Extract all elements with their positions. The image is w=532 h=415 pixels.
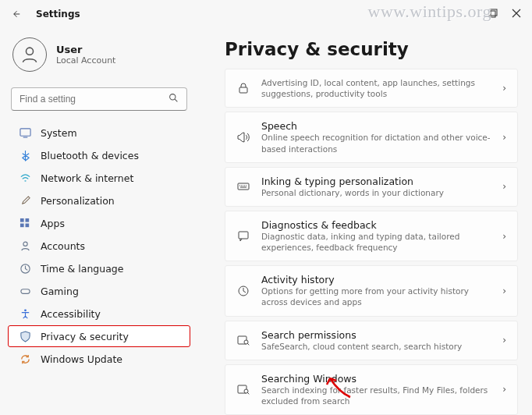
search-permissions-icon — [236, 333, 250, 347]
sidebar-item-accounts[interactable]: Accounts — [8, 235, 190, 257]
user-block[interactable]: User Local Account — [6, 34, 192, 84]
sidebar-item-accessibility[interactable]: Accessibility — [8, 303, 190, 325]
maximize-icon[interactable] — [488, 9, 498, 20]
svg-point-9 — [23, 242, 27, 246]
chevron-right-icon: › — [502, 181, 506, 192]
avatar — [12, 37, 47, 72]
chevron-right-icon: › — [502, 335, 506, 346]
user-sub: Local Account — [56, 55, 115, 66]
search-field[interactable] — [20, 94, 168, 105]
card-sub: Personal dictionary, words in your dicti… — [261, 187, 491, 198]
svg-rect-5 — [20, 218, 23, 222]
accessibility-icon — [19, 307, 31, 320]
card-speech[interactable]: Speech Online speech recognition for dic… — [225, 112, 518, 162]
chevron-right-icon: › — [502, 231, 506, 242]
card-title: Searching Windows — [261, 373, 491, 385]
card-title: Activity history — [261, 274, 491, 286]
sidebar-item-label: Accounts — [41, 240, 85, 252]
bluetooth-icon — [19, 149, 31, 161]
shield-icon — [19, 330, 31, 342]
sidebar-item-bluetooth[interactable]: Bluetooth & devices — [8, 144, 190, 166]
card-diagnostics[interactable]: Diagnostics & feedback Diagnostic data, … — [225, 211, 518, 261]
sidebar-item-time[interactable]: Time & language — [8, 257, 190, 279]
card-title: Diagnostics & feedback — [261, 219, 491, 231]
svg-rect-8 — [25, 223, 29, 227]
chevron-right-icon: › — [502, 132, 506, 143]
card-sub: SafeSearch, cloud content search, search… — [261, 341, 491, 352]
sidebar-item-label: Time & language — [41, 263, 123, 275]
apps-icon — [19, 217, 31, 229]
search-icon — [168, 93, 179, 105]
speech-icon — [236, 130, 250, 144]
system-icon — [19, 126, 31, 139]
sidebar-item-apps[interactable]: Apps — [8, 212, 190, 234]
card-title: Speech — [261, 120, 491, 132]
svg-rect-0 — [489, 11, 495, 17]
svg-rect-1 — [491, 9, 497, 16]
card-sub: Diagnostic data, inking and typing data,… — [261, 231, 491, 253]
card-search-permissions[interactable]: Search permissions SafeSearch, cloud con… — [225, 321, 518, 360]
svg-point-12 — [24, 309, 27, 311]
svg-rect-15 — [239, 232, 248, 239]
svg-rect-11 — [20, 289, 29, 293]
sidebar-item-network[interactable]: Network & internet — [8, 167, 190, 189]
chevron-right-icon: › — [502, 384, 506, 395]
card-general[interactable]: Advertising ID, local content, app launc… — [225, 69, 518, 108]
svg-rect-4 — [20, 128, 30, 135]
svg-point-20 — [244, 389, 248, 393]
card-title: Inking & typing personalization — [261, 176, 491, 187]
feedback-icon — [236, 229, 250, 243]
search-input[interactable] — [11, 87, 187, 111]
card-inking[interactable]: Inking & typing personalization Personal… — [225, 167, 518, 207]
sidebar-item-update[interactable]: Windows Update — [8, 348, 190, 370]
search-windows-icon — [236, 382, 250, 396]
svg-point-18 — [244, 340, 248, 344]
svg-rect-7 — [20, 223, 23, 227]
sidebar-item-label: Accessibility — [41, 308, 101, 320]
sidebar-item-label: Gaming — [41, 286, 79, 297]
card-title: Search permissions — [261, 329, 491, 341]
card-activity[interactable]: Activity history Options for getting mor… — [225, 265, 518, 316]
card-sub: Advertising ID, local content, app launc… — [261, 77, 491, 99]
keyboard-icon — [236, 179, 250, 193]
svg-point-3 — [170, 94, 176, 100]
sidebar-item-gaming[interactable]: Gaming — [8, 280, 190, 302]
person-icon — [19, 239, 31, 252]
sidebar-item-label: Network & internet — [41, 172, 133, 184]
sidebar-nav: System Bluetooth & devices Network & int… — [6, 122, 192, 370]
settings-card-list: Advertising ID, local content, app launc… — [225, 69, 518, 415]
sidebar-item-label: Personalization — [41, 195, 115, 207]
sidebar-item-label: Windows Update — [41, 353, 122, 365]
sidebar-item-label: Privacy & security — [41, 331, 129, 342]
card-sub: Search indexing for faster results, Find… — [261, 385, 491, 406]
close-icon[interactable] — [512, 9, 521, 20]
card-sub: Options for getting more from your activ… — [261, 286, 491, 307]
page-title: Privacy & security — [225, 39, 518, 59]
card-sub: Online speech recognition for dictation … — [261, 132, 491, 154]
history-icon — [236, 284, 250, 298]
sidebar-item-privacy[interactable]: Privacy & security — [8, 325, 190, 347]
back-icon[interactable] — [11, 9, 20, 19]
gamepad-icon — [19, 285, 31, 297]
sidebar-item-system[interactable]: System — [8, 122, 190, 144]
chevron-right-icon: › — [502, 83, 506, 94]
card-searching-windows[interactable]: Searching Windows Search indexing for fa… — [225, 364, 518, 415]
svg-rect-13 — [239, 87, 247, 93]
wifi-icon — [19, 172, 31, 184]
brush-icon — [19, 194, 31, 207]
window-title: Settings — [36, 9, 80, 20]
svg-point-2 — [26, 48, 33, 55]
sidebar-item-label: System — [41, 127, 77, 139]
sidebar-item-personalization[interactable]: Personalization — [8, 190, 190, 211]
svg-rect-14 — [238, 183, 249, 190]
update-icon — [19, 353, 31, 365]
user-name: User — [56, 44, 115, 55]
clock-icon — [19, 262, 31, 275]
svg-rect-6 — [25, 218, 29, 222]
chevron-right-icon: › — [502, 286, 506, 296]
lock-icon — [236, 81, 250, 95]
sidebar-item-label: Apps — [41, 218, 65, 229]
sidebar-item-label: Bluetooth & devices — [41, 150, 139, 161]
